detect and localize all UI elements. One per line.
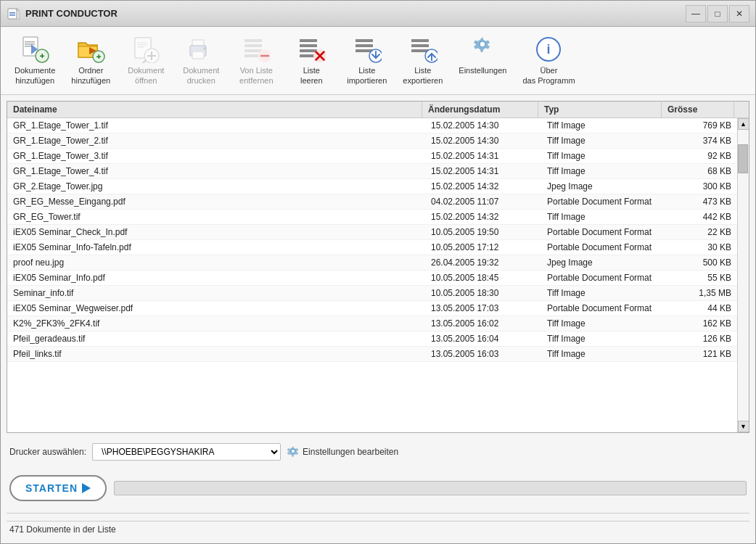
file-name: GR_1.Etage_Tower_2.tif xyxy=(7,133,425,148)
file-type: Tiff Image xyxy=(541,286,665,300)
file-type: Tiff Image xyxy=(541,210,665,224)
status-divider xyxy=(7,513,749,514)
svg-text:i: i xyxy=(547,42,551,57)
svg-rect-41 xyxy=(356,44,373,47)
about-label: Überdas Programm xyxy=(522,65,575,86)
file-type: Portable Document Format xyxy=(541,271,665,285)
file-size: 44 KB xyxy=(665,301,737,316)
file-size: 68 KB xyxy=(665,164,737,178)
open-doc-button[interactable]: Dokumentöffnen xyxy=(120,31,172,90)
play-icon xyxy=(82,483,91,493)
file-name: GR_2.Etage_Tower.jpg xyxy=(7,179,425,194)
table-row[interactable]: GR_1.Etage_Tower_3.tif 15.02.2005 14:31 … xyxy=(7,149,737,164)
table-row[interactable]: proof neu.jpg 26.04.2005 19:32 Jpeg Imag… xyxy=(7,255,737,271)
table-row[interactable]: GR_2.Etage_Tower.jpg 15.02.2005 14:32 Jp… xyxy=(7,179,737,194)
add-folder-button[interactable]: Ordnerhinzufügen xyxy=(65,31,117,90)
clear-list-label: Listeleeren xyxy=(300,65,323,86)
file-date: 15.02.2005 14:31 xyxy=(425,149,541,163)
file-type: Tiff Image xyxy=(541,316,665,331)
file-name: proof neu.jpg xyxy=(7,255,425,270)
scroll-up-arrow[interactable]: ▲ xyxy=(738,118,749,130)
table-row[interactable]: GR_EG_Tower.tif 15.02.2005 14:32 Tiff Im… xyxy=(7,210,737,225)
file-name: GR_EG_Messe_Eingang.pdf xyxy=(7,194,425,209)
header-date: Änderungsdatum xyxy=(422,102,538,118)
file-date: 13.05.2005 17:03 xyxy=(425,301,541,316)
table-row[interactable]: iEX05 Seminar_Info.pdf 10.05.2005 18:45 … xyxy=(7,271,737,286)
printer-label: Drucker auswählen: xyxy=(9,447,86,457)
file-name: Seminar_info.tif xyxy=(7,286,425,300)
clear-list-button[interactable]: Listeleeren xyxy=(285,31,337,90)
file-size: 500 KB xyxy=(665,255,737,270)
file-name: iEX05 Seminar_Check_In.pdf xyxy=(7,225,425,239)
window-controls: — □ ✕ xyxy=(686,5,749,22)
bottom-area: STARTEN xyxy=(7,471,749,506)
export-list-button[interactable]: Listeexportieren xyxy=(396,31,449,90)
svg-rect-8 xyxy=(25,46,32,47)
printer-select[interactable]: \\PHOEBE\PEGGYSHAKIRA xyxy=(92,443,281,461)
file-name: K2%_2FK3%_2FK4.tif xyxy=(7,316,425,331)
svg-rect-25 xyxy=(192,51,204,59)
scroll-thumb[interactable] xyxy=(738,144,748,173)
list-clear-icon xyxy=(294,35,329,64)
close-button[interactable]: ✕ xyxy=(729,5,749,22)
doc-add-icon xyxy=(17,35,52,64)
file-name: iEX05 Seminar_Info-Tafeln.pdf xyxy=(7,240,425,255)
settings-link[interactable]: Einstellungen bearbeiten xyxy=(287,445,398,458)
start-row: STARTEN xyxy=(9,475,747,501)
settings-label: Einstellungen xyxy=(459,65,506,75)
remove-from-list-button[interactable]: Von Listeentfernen xyxy=(230,31,282,90)
table-row[interactable]: GR_EG_Messe_Eingang.pdf 04.02.2005 11:07… xyxy=(7,194,737,210)
table-row[interactable]: K2%_2FK3%_2FK4.tif 13.05.2005 16:02 Tiff… xyxy=(7,316,737,331)
file-date: 10.05.2005 18:30 xyxy=(425,286,541,300)
settings-button[interactable]: Einstellungen xyxy=(452,31,513,90)
folder-add-icon xyxy=(73,35,108,64)
print-doc-button[interactable]: Dokumentdrucken xyxy=(175,31,227,90)
file-list-container: Dateiname Änderungsdatum Typ Grösse GR_1… xyxy=(7,101,749,433)
scroll-down-arrow[interactable]: ▼ xyxy=(738,421,749,432)
table-row[interactable]: GR_1.Etage_Tower_4.tif 15.02.2005 14:31 … xyxy=(7,164,737,179)
svg-rect-21 xyxy=(137,46,144,48)
about-button[interactable]: i Überdas Programm xyxy=(516,31,581,90)
file-date: 10.05.2005 19:50 xyxy=(425,225,541,239)
table-row[interactable]: iEX05 Seminar_Info-Tafeln.pdf 10.05.2005… xyxy=(7,240,737,255)
svg-rect-0 xyxy=(8,9,17,19)
file-name: Pfeil_links.tif xyxy=(7,347,425,361)
maximize-button[interactable]: □ xyxy=(707,5,728,22)
import-list-button[interactable]: Listeimportieren xyxy=(340,31,393,90)
file-type: Tiff Image xyxy=(541,133,665,148)
window-title: PRINT CONDUCTOR xyxy=(25,8,686,19)
minimize-button[interactable]: — xyxy=(686,5,706,22)
file-type: Tiff Image xyxy=(541,331,665,346)
svg-rect-34 xyxy=(300,44,317,47)
file-type: Jpeg Image xyxy=(541,179,665,194)
table-row[interactable]: GR_1.Etage_Tower_1.tif 15.02.2005 14:30 … xyxy=(7,118,737,133)
scrollbar[interactable]: ▲ ▼ xyxy=(737,118,749,432)
file-size: 769 KB xyxy=(665,118,737,133)
file-type: Portable Document Format xyxy=(541,301,665,316)
start-button[interactable]: STARTEN xyxy=(9,475,107,501)
file-size: 30 KB xyxy=(665,240,737,255)
add-docs-button[interactable]: Dokumentehinzufügen xyxy=(8,31,62,90)
file-date: 04.02.2005 11:07 xyxy=(425,194,541,209)
table-row[interactable]: iEX05 Seminar_Wegweiser.pdf 13.05.2005 1… xyxy=(7,301,737,316)
svg-rect-40 xyxy=(356,39,373,42)
file-list-body[interactable]: GR_1.Etage_Tower_1.tif 15.02.2005 14:30 … xyxy=(7,118,737,432)
table-row[interactable]: Pfeil_links.tif 13.05.2005 16:03 Tiff Im… xyxy=(7,347,737,362)
table-row[interactable]: Seminar_info.tif 10.05.2005 18:30 Tiff I… xyxy=(7,286,737,301)
svg-rect-6 xyxy=(25,41,35,43)
svg-rect-27 xyxy=(245,39,262,42)
table-row[interactable]: iEX05 Seminar_Check_In.pdf 10.05.2005 19… xyxy=(7,225,737,240)
file-name: iEX05 Seminar_Wegweiser.pdf xyxy=(7,301,425,316)
file-name: GR_1.Etage_Tower_3.tif xyxy=(7,149,425,163)
file-type: Portable Document Format xyxy=(541,240,665,255)
file-date: 15.02.2005 14:32 xyxy=(425,210,541,224)
file-name: GR_1.Etage_Tower_4.tif xyxy=(7,164,425,178)
file-date: 13.05.2005 16:02 xyxy=(425,316,541,331)
table-row[interactable]: GR_1.Etage_Tower_2.tif 15.02.2005 14:30 … xyxy=(7,133,737,149)
header-size: Grösse xyxy=(662,102,734,118)
table-row[interactable]: Pfeil_geradeaus.tif 13.05.2005 16:04 Tif… xyxy=(7,331,737,347)
print-doc-label: Dokumentdrucken xyxy=(183,65,219,86)
progress-bar xyxy=(114,481,747,495)
svg-rect-20 xyxy=(137,44,147,46)
file-date: 15.02.2005 14:32 xyxy=(425,179,541,194)
